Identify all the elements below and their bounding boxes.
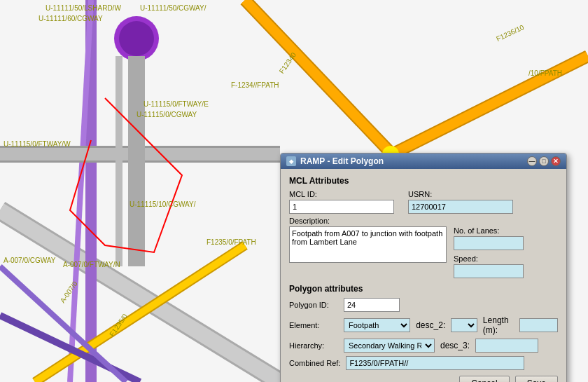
svg-text:A-007/0/CGWAY: A-007/0/CGWAY [4, 257, 56, 264]
usrn-input[interactable] [408, 200, 513, 214]
cancel-button[interactable]: Cancel [459, 376, 509, 382]
window-controls: — □ ✕ [527, 156, 561, 166]
svg-text:U-11115/10/CGWAY/: U-11115/10/CGWAY/ [130, 200, 196, 208]
close-button[interactable]: ✕ [551, 156, 561, 166]
dialog-titlebar: ◆ RAMP - Edit Polygon — □ ✕ [281, 154, 566, 169]
no-lanes-label: No. of Lanes: [454, 226, 524, 235]
combined-ref-label: Combined Ref: [289, 359, 340, 367]
element-select[interactable]: Footpath Carriageway Cycleway [344, 318, 410, 332]
desc3-label: desc_3: [440, 341, 470, 350]
dialog-title: RAMP - Edit Polygon [300, 156, 384, 166]
polygon-section-header: Polygon attributes [289, 284, 558, 294]
svg-text:A-007/0/FTWAY/N: A-007/0/FTWAY/N [63, 261, 120, 268]
svg-text:F-1234//FPATH: F-1234//FPATH [231, 81, 279, 89]
svg-text:U-11115/0/FTWAY/E: U-11115/0/FTWAY/E [144, 100, 209, 108]
combined-ref-input[interactable] [346, 356, 524, 370]
length-label: Length (m): [483, 315, 514, 335]
svg-text:U-11115/0/FTWAY/W: U-11115/0/FTWAY/W [4, 140, 71, 148]
description-textarea[interactable]: Footpath from A007 to junction with foot… [289, 226, 447, 263]
desc2-label: desc_2: [416, 320, 445, 330]
maximize-button[interactable]: □ [539, 156, 549, 166]
hierarchy-label: Hierarchy: [289, 341, 338, 350]
svg-text:U-11111/50/LSHARD/W: U-11111/50/LSHARD/W [46, 4, 121, 12]
svg-text:U-11111/50/CGWAY/: U-11111/50/CGWAY/ [140, 4, 206, 12]
dialog-icon: ◆ [286, 156, 296, 166]
save-button[interactable]: Save [515, 376, 558, 382]
length-input[interactable] [519, 318, 558, 332]
desc2-select[interactable] [451, 318, 477, 332]
element-label: Element: [289, 321, 338, 329]
polygon-id-input[interactable] [344, 298, 400, 312]
description-label: Description: [289, 217, 558, 225]
mcl-id-label: MCL ID: [289, 190, 394, 198]
hierarchy-select[interactable]: Secondary Walking Ro Primary Walking Rou… [344, 339, 435, 353]
svg-text:U-11111/60/CGWAY: U-11111/60/CGWAY [38, 15, 103, 22]
mcl-section-header: MCL Attributes [289, 176, 558, 186]
desc3-input[interactable] [475, 339, 538, 353]
svg-text:U-11115/0/CGWAY: U-11115/0/CGWAY [136, 111, 197, 118]
svg-text:F1235/0/FPATH: F1235/0/FPATH [206, 238, 256, 246]
mcl-id-input[interactable] [289, 200, 394, 214]
edit-polygon-dialog: ◆ RAMP - Edit Polygon — □ ✕ MCL Attribut… [280, 153, 567, 382]
no-lanes-input[interactable] [454, 236, 524, 250]
speed-label: Speed: [454, 254, 524, 263]
svg-point-11 [119, 21, 154, 56]
usrn-label: USRN: [408, 190, 513, 198]
polygon-id-label: Polygon ID: [289, 301, 338, 309]
minimize-button[interactable]: — [527, 156, 537, 166]
speed-input[interactable] [454, 264, 524, 278]
svg-text:/10/FPATH: /10/FPATH [528, 69, 562, 77]
